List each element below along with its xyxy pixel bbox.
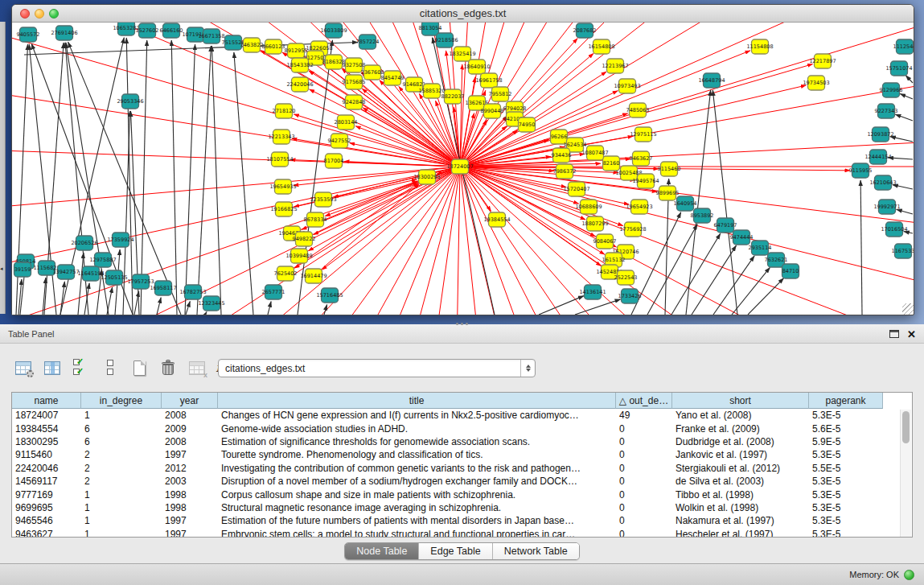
graph-node[interactable]: 6466160 [160,23,183,38]
graph-edge[interactable] [860,180,862,315]
table-row[interactable]: 1872400712008Changes of HCN gene express… [12,409,912,422]
graph-edge[interactable] [713,90,737,315]
graph-edge[interactable] [268,302,271,315]
graph-edge[interactable] [897,209,913,214]
graph-edge[interactable] [647,225,697,315]
graph-node[interactable]: 1167533 [892,244,914,258]
graph-node[interactable]: 19992971 [873,200,900,214]
graph-edge[interactable] [84,283,89,315]
column-header-short[interactable]: short [672,393,809,409]
graph-node[interactable]: 16154808 [588,39,614,54]
graph-node[interactable]: 8822037 [441,89,465,104]
table-row[interactable]: 946362711997Embryonic stem cells: a mode… [12,528,912,538]
column-header-title[interactable]: title [218,393,616,409]
graph-edge[interactable] [460,167,914,315]
table-row[interactable]: 977716911998Corpus callosum shape and si… [12,488,912,501]
graph-node[interactable]: 2657771 [262,285,285,299]
graph-node[interactable]: 27691406 [51,26,77,40]
graph-node[interactable]: 16961758 [475,73,502,88]
create-column-button[interactable] [127,356,151,380]
side-panel-splitter[interactable]: ◂ [0,22,6,314]
graph-node[interactable]: 39159 [14,262,31,277]
show-columns-button[interactable] [40,356,64,380]
graph-edge[interactable] [141,40,147,315]
graph-node[interactable]: 10688609 [575,200,602,214]
graph-node[interactable]: 17016504 [881,222,907,237]
graph-edge[interactable] [363,108,460,167]
graph-node[interactable]: 12975115 [630,127,656,142]
tab-node-table[interactable]: Node Table [345,543,419,559]
graph-node[interactable]: 7955812 [489,87,512,101]
graph-node[interactable]: 15720407 [563,182,589,196]
graph-edge[interactable] [185,44,195,315]
graph-node[interactable]: 9427552 [328,134,351,148]
collapse-arrow-icon[interactable]: ◂ [0,266,3,271]
scrollbar-thumb[interactable] [902,411,910,443]
graph-node[interactable]: 9463627 [630,151,653,166]
table-scrollbar[interactable] [900,410,911,538]
graph-node[interactable]: 11154808 [746,39,773,54]
window-resize-grip[interactable] [902,303,914,315]
graph-edge[interactable] [460,167,914,315]
graph-edge[interactable] [460,167,914,315]
graph-node[interactable]: 8990448 [481,104,504,118]
graph-node[interactable]: 2087682 [573,23,597,38]
graph-node[interactable]: 18107554 [266,152,293,167]
graph-node[interactable]: 82160 [603,156,620,171]
graph-edge[interactable] [197,46,211,315]
graph-node[interactable]: 9084067 [593,234,617,249]
table-row[interactable]: 969969511998Structural magnetic resonanc… [12,501,912,514]
graph-node[interactable]: 817004 [324,154,344,168]
graph-edge[interactable] [78,253,84,315]
graph-edge[interactable] [211,46,221,315]
table-settings-button[interactable] [11,356,35,380]
graph-node[interactable]: 12353593 [310,192,336,207]
graph-node[interactable]: 9474444 [730,230,754,245]
graph-node[interactable]: 9115955 [849,163,873,178]
graph-node[interactable]: 16782753 [179,285,206,299]
graph-edge[interactable] [713,256,754,315]
graph-node[interactable]: 16914479 [300,269,326,283]
graph-node[interactable]: 1640954 [674,196,697,211]
graph-node[interactable]: 9175685 [343,75,366,89]
graph-edge[interactable] [888,158,913,159]
graph-node[interactable]: 12217897 [809,54,836,68]
minimize-window-button[interactable] [35,9,44,19]
tab-edge-table[interactable]: Edge Table [419,543,492,559]
graph-node[interactable]: 1527602 [136,23,159,38]
graph-edge[interactable] [671,233,721,315]
graph-edge[interactable] [460,167,569,315]
panel-splitter-handle[interactable] [454,322,469,326]
graph-edge[interactable] [460,167,914,315]
graph-node[interactable]: 18640910 [463,60,490,74]
table-row[interactable]: 2242004622012Investigating the contribut… [12,462,912,475]
graph-edge[interactable] [18,279,22,315]
graph-node[interactable]: 9129966 [880,83,903,97]
graph-edge[interactable] [157,298,161,315]
graph-node[interactable]: 1733426 [618,289,642,303]
graph-node[interactable]: 16648794 [698,73,725,88]
network-window-titlebar[interactable]: citations_edges.txt [12,5,914,23]
graph-edge[interactable] [460,167,914,315]
column-header-out_de[interactable]: △ out_de… [616,393,672,409]
graph-node[interactable]: 12213967 [602,59,628,73]
graph-edge[interactable] [460,23,885,167]
graph-node[interactable]: 84710 [782,264,799,278]
float-panel-icon[interactable] [889,330,899,338]
column-header-pagerank[interactable]: pagerank [809,393,883,409]
graph-node[interactable]: 14136141 [579,285,606,299]
graph-node[interactable]: 7625402 [274,266,298,281]
graph-node[interactable]: 19384554 [483,212,510,227]
graph-edge[interactable] [12,130,460,167]
table-row[interactable]: 1830029562008Estimation of significance … [12,435,912,448]
table-row[interactable]: 946554611997Estimation of the future num… [12,514,912,527]
graph-edge[interactable] [460,167,914,294]
graph-edge[interactable] [539,296,584,315]
graph-edge[interactable] [171,40,177,315]
table-select-dropdown[interactable]: citations_edges.txt [218,359,536,377]
close-window-button[interactable] [20,9,30,19]
delete-table-button[interactable]: x [185,356,209,380]
graph-node[interactable]: 9115460 [658,162,681,176]
graph-edge[interactable] [732,267,770,315]
graph-node[interactable]: 15716485 [316,288,343,303]
